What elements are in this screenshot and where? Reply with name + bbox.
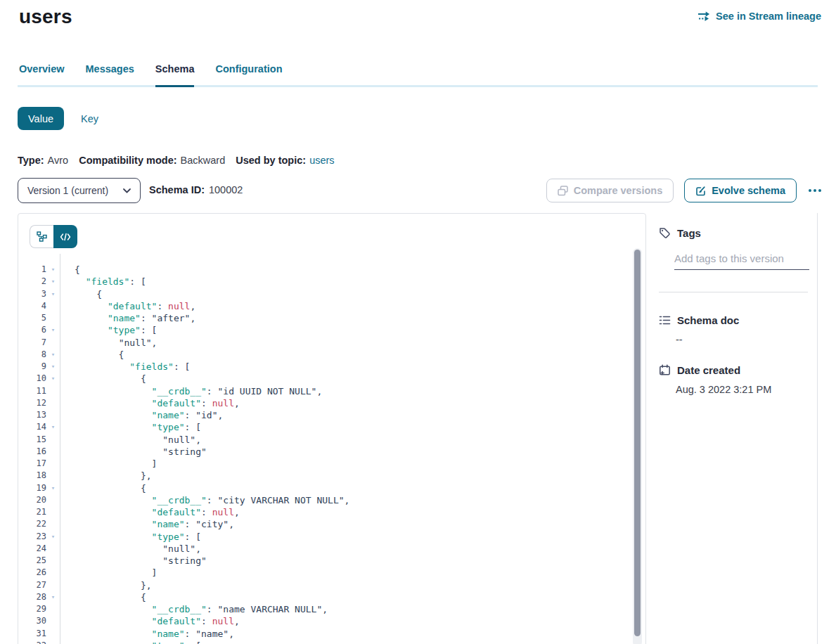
line-number: 8 <box>18 349 46 361</box>
line-number: 16 <box>18 446 46 458</box>
schema-doc-value: -- <box>676 334 817 345</box>
fold-spacer <box>46 385 60 397</box>
fold-spacer <box>46 300 60 312</box>
schema-id-value: 100002 <box>209 184 243 195</box>
code-text: }, <box>75 579 152 591</box>
code-line: 7 "null", <box>18 337 631 349</box>
fold-arrow-icon[interactable]: ▾ <box>46 264 60 276</box>
line-number: 4 <box>18 300 46 312</box>
code-text: "default": null, <box>75 300 195 312</box>
scrollbar-thumb[interactable] <box>634 250 641 636</box>
code-line: 9▾ "fields": [ <box>18 361 631 373</box>
code-line: 30 "default": null, <box>18 615 631 627</box>
meta-value: Avro <box>48 155 69 166</box>
stream-lineage-icon <box>697 11 711 22</box>
fold-spacer <box>46 458 60 470</box>
topic-link[interactable]: users <box>309 155 334 166</box>
code-text: "fields": [ <box>75 361 190 373</box>
date-created-value: Aug. 3 2022 3:21 PM <box>676 384 817 395</box>
fold-arrow-icon[interactable]: ▾ <box>46 531 60 543</box>
line-number: 30 <box>18 615 46 627</box>
schema-doc-icon <box>659 314 671 326</box>
tags-section-heading: Tags <box>646 227 817 239</box>
fold-spacer <box>46 434 60 446</box>
code-text: "name": "after", <box>75 312 195 324</box>
fold-spacer <box>46 337 60 349</box>
tab-overview[interactable]: Overview <box>19 63 65 87</box>
calendar-plus-icon <box>659 364 671 376</box>
line-number: 25 <box>18 555 46 567</box>
tree-view-button[interactable] <box>30 225 53 248</box>
code-text: "default": null, <box>75 615 240 627</box>
line-number: 7 <box>18 337 46 349</box>
code-line: 23▾ "type": [ <box>18 531 631 543</box>
code-line: 21 "default": null, <box>18 506 631 518</box>
tree-view-icon <box>37 231 47 242</box>
fold-spacer <box>46 628 60 640</box>
fold-spacer <box>46 446 60 458</box>
version-select[interactable]: Version 1 (current) <box>18 178 141 203</box>
tab-schema[interactable]: Schema <box>155 63 195 87</box>
fold-arrow-icon[interactable]: ▾ <box>46 276 60 288</box>
code-line: 2▾ "fields": [ <box>18 276 631 288</box>
fold-spacer <box>46 579 60 591</box>
fold-arrow-icon[interactable]: ▾ <box>46 373 60 385</box>
compare-versions-button[interactable]: Compare versions <box>546 179 674 202</box>
fold-arrow-icon[interactable]: ▾ <box>46 421 60 433</box>
code-line: 14▾ "type": [ <box>18 421 631 433</box>
code-line: 8▾ { <box>18 349 631 361</box>
fold-spacer <box>46 506 60 518</box>
fold-arrow-icon[interactable]: ▾ <box>46 361 60 373</box>
meta-label: Type: <box>18 155 44 166</box>
code-line: 17 ] <box>18 458 631 470</box>
schema-key-value-toggle: Value Key <box>18 107 98 130</box>
tags-heading-label: Tags <box>677 227 701 239</box>
code-line: 15 "null", <box>18 434 631 446</box>
key-toggle-button[interactable]: Key <box>81 113 98 124</box>
line-number: 32 <box>18 640 46 644</box>
editor-scrollbar[interactable] <box>633 248 642 644</box>
stream-lineage-link[interactable]: See in Stream lineage <box>697 11 821 22</box>
fold-arrow-icon[interactable]: ▾ <box>46 482 60 494</box>
code-line: 27 }, <box>18 579 631 591</box>
fold-spacer <box>46 555 60 567</box>
line-number: 9 <box>18 361 46 373</box>
fold-arrow-icon[interactable]: ▾ <box>46 640 60 644</box>
evolve-schema-button[interactable]: Evolve schema <box>684 179 797 202</box>
more-options-button[interactable] <box>807 186 823 195</box>
tab-configuration[interactable]: Configuration <box>215 63 282 87</box>
fold-spacer <box>46 470 60 482</box>
code-text: "name": "city", <box>75 518 234 530</box>
code-text: { <box>75 373 146 385</box>
line-number: 10 <box>18 373 46 385</box>
code-line: 1▾{ <box>18 264 631 276</box>
ellipsis-icon <box>809 189 811 192</box>
fold-arrow-icon[interactable]: ▾ <box>46 324 60 336</box>
tab-messages[interactable]: Messages <box>86 63 134 87</box>
code-text: "null", <box>75 543 201 555</box>
line-number: 2 <box>18 276 46 288</box>
meta-item: Used by topic:users <box>236 155 334 166</box>
line-number: 17 <box>18 458 46 470</box>
page-title: users <box>19 6 72 28</box>
code-text: ] <box>75 458 157 470</box>
add-tags-input[interactable] <box>674 252 809 270</box>
fold-arrow-icon[interactable]: ▾ <box>46 591 60 603</box>
fold-arrow-icon[interactable]: ▾ <box>46 288 60 300</box>
code-line: 3▾ { <box>18 288 631 300</box>
compare-versions-label: Compare versions <box>574 185 663 196</box>
code-line: 16 "string" <box>18 446 631 458</box>
code-text: "name": "id", <box>75 409 223 421</box>
value-toggle-button[interactable]: Value <box>18 107 64 130</box>
line-number: 6 <box>18 324 46 336</box>
fold-spacer <box>46 615 60 627</box>
code-line: 22 "name": "city", <box>18 518 631 530</box>
code-view-button[interactable] <box>53 225 77 248</box>
fold-arrow-icon[interactable]: ▾ <box>46 349 60 361</box>
version-select-value: Version 1 (current) <box>27 185 108 196</box>
code-line: 4 "default": null, <box>18 300 631 312</box>
schema-doc-heading: Schema doc <box>646 314 817 326</box>
schema-id-label: Schema ID: <box>149 184 205 195</box>
code-text: ] <box>75 567 157 579</box>
code-lines: 1▾{2▾ "fields": [3▾ {4 "default": null,5… <box>18 264 631 644</box>
